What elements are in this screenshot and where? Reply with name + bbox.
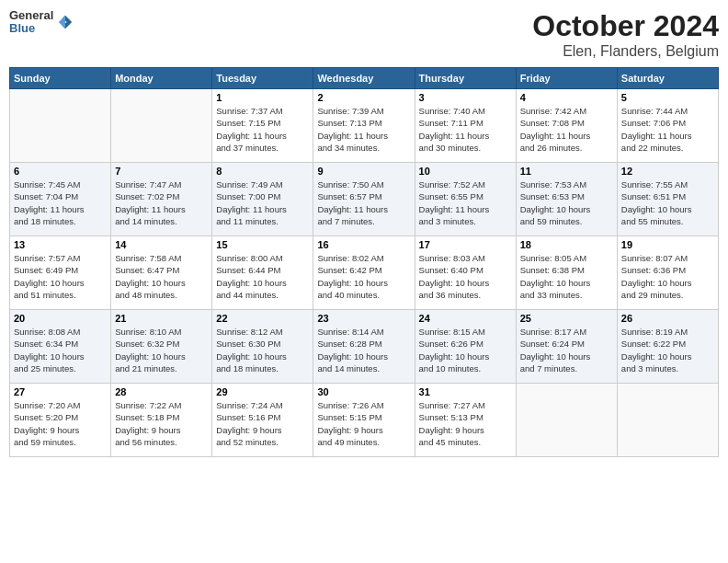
- day-detail: Sunrise: 7:26 AM Sunset: 5:15 PM Dayligh…: [317, 399, 410, 448]
- day-detail: Sunrise: 8:19 AM Sunset: 6:22 PM Dayligh…: [621, 326, 714, 374]
- calendar-cell: 3Sunrise: 7:40 AM Sunset: 7:11 PM Daylig…: [415, 89, 516, 163]
- day-detail: Sunrise: 7:47 AM Sunset: 7:02 PM Dayligh…: [115, 178, 208, 227]
- day-detail: Sunrise: 7:22 AM Sunset: 5:18 PM Dayligh…: [115, 399, 208, 448]
- day-detail: Sunrise: 8:02 AM Sunset: 6:42 PM Dayligh…: [317, 252, 410, 301]
- weekday-header: Saturday: [617, 68, 718, 89]
- day-detail: Sunrise: 7:42 AM Sunset: 7:08 PM Dayligh…: [520, 105, 613, 154]
- day-number: 11: [520, 166, 613, 177]
- calendar-cell: 23Sunrise: 8:14 AM Sunset: 6:28 PM Dayli…: [313, 310, 415, 384]
- day-detail: Sunrise: 8:12 AM Sunset: 6:30 PM Dayligh…: [216, 326, 309, 374]
- day-number: 29: [216, 386, 309, 397]
- day-detail: Sunrise: 7:44 AM Sunset: 7:06 PM Dayligh…: [621, 105, 714, 154]
- day-number: 14: [115, 239, 208, 250]
- calendar-cell: 7Sunrise: 7:47 AM Sunset: 7:02 PM Daylig…: [111, 163, 212, 236]
- calendar-cell: 1Sunrise: 7:37 AM Sunset: 7:15 PM Daylig…: [212, 89, 313, 163]
- day-detail: Sunrise: 7:24 AM Sunset: 5:16 PM Dayligh…: [216, 399, 309, 448]
- day-number: 13: [14, 239, 107, 250]
- calendar-cell: 22Sunrise: 8:12 AM Sunset: 6:30 PM Dayli…: [212, 310, 313, 384]
- logo-line1: General: [9, 9, 53, 22]
- calendar-cell: 16Sunrise: 8:02 AM Sunset: 6:42 PM Dayli…: [313, 236, 415, 310]
- calendar-cell: 30Sunrise: 7:26 AM Sunset: 5:15 PM Dayli…: [313, 384, 415, 457]
- calendar-cell: 18Sunrise: 8:05 AM Sunset: 6:38 PM Dayli…: [516, 236, 617, 310]
- weekday-header: Friday: [516, 68, 617, 89]
- day-number: 28: [115, 386, 208, 397]
- calendar-week-row: 20Sunrise: 8:08 AM Sunset: 6:34 PM Dayli…: [10, 310, 719, 384]
- calendar: SundayMondayTuesdayWednesdayThursdayFrid…: [9, 67, 719, 457]
- calendar-cell: 31Sunrise: 7:27 AM Sunset: 5:13 PM Dayli…: [415, 384, 516, 457]
- day-detail: Sunrise: 7:27 AM Sunset: 5:13 PM Dayligh…: [419, 399, 512, 448]
- day-number: 22: [216, 313, 309, 324]
- calendar-cell: 10Sunrise: 7:52 AM Sunset: 6:55 PM Dayli…: [415, 163, 516, 236]
- logo-line2: Blue: [9, 22, 53, 35]
- calendar-cell: [516, 384, 617, 457]
- weekday-header: Sunday: [10, 68, 111, 89]
- day-detail: Sunrise: 7:20 AM Sunset: 5:20 PM Dayligh…: [14, 399, 107, 448]
- svg-marker-1: [59, 16, 65, 29]
- calendar-week-row: 6Sunrise: 7:45 AM Sunset: 7:04 PM Daylig…: [10, 163, 719, 236]
- day-detail: Sunrise: 7:52 AM Sunset: 6:55 PM Dayligh…: [419, 178, 512, 227]
- day-number: 10: [419, 166, 512, 177]
- day-detail: Sunrise: 8:05 AM Sunset: 6:38 PM Dayligh…: [520, 252, 613, 301]
- day-number: 4: [520, 92, 613, 103]
- day-number: 30: [317, 386, 410, 397]
- logo-icon: [57, 14, 74, 30]
- calendar-cell: 20Sunrise: 8:08 AM Sunset: 6:34 PM Dayli…: [10, 310, 111, 384]
- day-detail: Sunrise: 8:15 AM Sunset: 6:26 PM Dayligh…: [419, 326, 512, 374]
- calendar-cell: 14Sunrise: 7:58 AM Sunset: 6:47 PM Dayli…: [111, 236, 212, 310]
- calendar-week-row: 1Sunrise: 7:37 AM Sunset: 7:15 PM Daylig…: [10, 89, 719, 163]
- calendar-cell: 12Sunrise: 7:55 AM Sunset: 6:51 PM Dayli…: [617, 163, 718, 236]
- day-detail: Sunrise: 7:49 AM Sunset: 7:00 PM Dayligh…: [216, 178, 309, 227]
- calendar-cell: 11Sunrise: 7:53 AM Sunset: 6:53 PM Dayli…: [516, 163, 617, 236]
- logo: General Blue: [9, 9, 74, 36]
- day-number: 5: [621, 92, 714, 103]
- calendar-cell: 28Sunrise: 7:22 AM Sunset: 5:18 PM Dayli…: [111, 384, 212, 457]
- day-detail: Sunrise: 8:00 AM Sunset: 6:44 PM Dayligh…: [216, 252, 309, 301]
- day-number: 21: [115, 313, 208, 324]
- day-detail: Sunrise: 7:45 AM Sunset: 7:04 PM Dayligh…: [14, 178, 107, 227]
- day-number: 18: [520, 239, 613, 250]
- day-number: 8: [216, 166, 309, 177]
- day-detail: Sunrise: 7:55 AM Sunset: 6:51 PM Dayligh…: [621, 178, 714, 227]
- day-detail: Sunrise: 7:37 AM Sunset: 7:15 PM Dayligh…: [216, 105, 309, 154]
- calendar-cell: [617, 384, 718, 457]
- logo-text: General Blue: [9, 9, 53, 36]
- calendar-cell: 8Sunrise: 7:49 AM Sunset: 7:00 PM Daylig…: [212, 163, 313, 236]
- page-title: October 2024: [532, 9, 719, 43]
- calendar-cell: 29Sunrise: 7:24 AM Sunset: 5:16 PM Dayli…: [212, 384, 313, 457]
- day-detail: Sunrise: 7:53 AM Sunset: 6:53 PM Dayligh…: [520, 178, 613, 227]
- day-detail: Sunrise: 8:07 AM Sunset: 6:36 PM Dayligh…: [621, 252, 714, 301]
- calendar-cell: 13Sunrise: 7:57 AM Sunset: 6:49 PM Dayli…: [10, 236, 111, 310]
- day-number: 17: [419, 239, 512, 250]
- calendar-cell: 19Sunrise: 8:07 AM Sunset: 6:36 PM Dayli…: [617, 236, 718, 310]
- day-number: 1: [216, 92, 309, 103]
- day-number: 3: [419, 92, 512, 103]
- weekday-header: Wednesday: [313, 68, 415, 89]
- day-detail: Sunrise: 7:58 AM Sunset: 6:47 PM Dayligh…: [115, 252, 208, 301]
- day-number: 7: [115, 166, 208, 177]
- day-number: 23: [317, 313, 410, 324]
- calendar-cell: [10, 89, 111, 163]
- day-detail: Sunrise: 7:39 AM Sunset: 7:13 PM Dayligh…: [317, 105, 410, 154]
- day-detail: Sunrise: 8:08 AM Sunset: 6:34 PM Dayligh…: [14, 326, 107, 374]
- calendar-cell: 15Sunrise: 8:00 AM Sunset: 6:44 PM Dayli…: [212, 236, 313, 310]
- calendar-cell: 17Sunrise: 8:03 AM Sunset: 6:40 PM Dayli…: [415, 236, 516, 310]
- weekday-header: Tuesday: [212, 68, 313, 89]
- day-number: 2: [317, 92, 410, 103]
- weekday-header: Thursday: [415, 68, 516, 89]
- day-detail: Sunrise: 7:40 AM Sunset: 7:11 PM Dayligh…: [419, 105, 512, 154]
- day-number: 26: [621, 313, 714, 324]
- day-number: 31: [419, 386, 512, 397]
- title-area: October 2024 Elen, Flanders, Belgium: [532, 9, 719, 60]
- day-detail: Sunrise: 8:10 AM Sunset: 6:32 PM Dayligh…: [115, 326, 208, 374]
- calendar-cell: 27Sunrise: 7:20 AM Sunset: 5:20 PM Dayli…: [10, 384, 111, 457]
- day-number: 9: [317, 166, 410, 177]
- calendar-cell: 4Sunrise: 7:42 AM Sunset: 7:08 PM Daylig…: [516, 89, 617, 163]
- calendar-cell: 6Sunrise: 7:45 AM Sunset: 7:04 PM Daylig…: [10, 163, 111, 236]
- calendar-cell: 25Sunrise: 8:17 AM Sunset: 6:24 PM Dayli…: [516, 310, 617, 384]
- day-number: 16: [317, 239, 410, 250]
- calendar-week-row: 27Sunrise: 7:20 AM Sunset: 5:20 PM Dayli…: [10, 384, 719, 457]
- calendar-cell: 24Sunrise: 8:15 AM Sunset: 6:26 PM Dayli…: [415, 310, 516, 384]
- day-detail: Sunrise: 7:50 AM Sunset: 6:57 PM Dayligh…: [317, 178, 410, 227]
- header: General Blue October 2024 Elen, Flanders…: [9, 9, 719, 60]
- weekday-header: Monday: [111, 68, 212, 89]
